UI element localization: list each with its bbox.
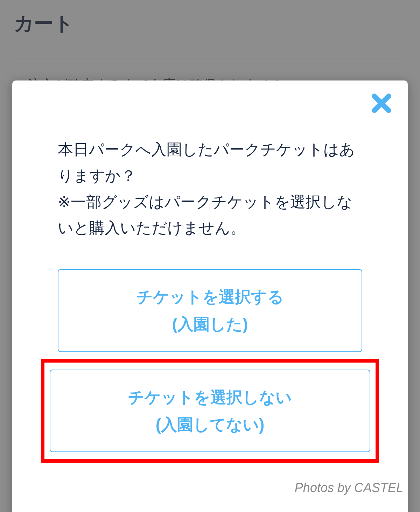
modal-prompt-text: 本日パークへ入園したパークチケットはありますか？ ※一部グッズはパークチケットを…: [58, 136, 362, 241]
modal-note: ※一部グッズはパークチケットを選択しないと購入いただけません。: [58, 193, 352, 237]
photo-credit: Photos by CASTEL: [295, 481, 403, 495]
skip-ticket-button[interactable]: チケットを選択しない (入園してない): [50, 370, 370, 452]
skip-ticket-line1: チケットを選択しない: [128, 388, 292, 406]
ticket-selection-modal: 本日パークへ入園したパークチケットはありますか？ ※一部グッズはパークチケットを…: [12, 80, 408, 512]
select-ticket-button[interactable]: チケットを選択する (入園した): [58, 269, 362, 352]
select-ticket-line1: チケットを選択する: [136, 288, 284, 306]
close-button[interactable]: [369, 91, 394, 115]
close-icon: [369, 91, 394, 115]
skip-ticket-line2: (入園してない): [156, 415, 265, 434]
select-ticket-line2: (入園した): [172, 315, 248, 333]
highlight-annotation: チケットを選択しない (入園してない): [41, 359, 379, 463]
modal-question: 本日パークへ入園したパークチケットはありますか？: [58, 141, 355, 184]
